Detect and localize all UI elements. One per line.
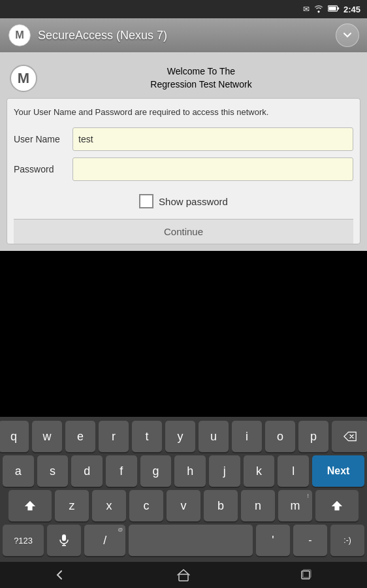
key-r[interactable]: r: [99, 421, 129, 452]
title-bar: M SecureAccess (Nexus 7): [0, 18, 367, 52]
home-button[interactable]: [164, 562, 203, 588]
continue-button[interactable]: Continue: [20, 226, 347, 237]
keyboard-row-1: q w e r t y u i o p: [3, 421, 364, 452]
main-content: M Welcome To The Regression Test Network…: [0, 52, 367, 251]
key-a[interactable]: a: [3, 455, 34, 487]
key-d[interactable]: d: [71, 455, 103, 487]
key-u[interactable]: u: [199, 421, 229, 452]
key-z[interactable]: z: [55, 490, 89, 521]
key-w[interactable]: w: [32, 421, 62, 452]
key-k[interactable]: k: [244, 455, 275, 487]
backspace-key[interactable]: [332, 421, 367, 452]
motorola-logo: M: [8, 24, 31, 47]
key-e[interactable]: e: [65, 421, 95, 452]
welcome-text: Welcome To The Regression Test Network: [44, 65, 358, 91]
shift-right-key[interactable]: [315, 490, 359, 521]
welcome-row: M Welcome To The Regression Test Network: [7, 59, 360, 98]
notification-icon: ✉: [303, 5, 310, 14]
smiley-key[interactable]: :-): [330, 525, 364, 556]
svg-rect-10: [179, 574, 188, 581]
svg-text:M: M: [15, 29, 24, 41]
title-bar-left: M SecureAccess (Nexus 7): [8, 24, 167, 47]
svg-rect-7: [62, 534, 66, 541]
apostrophe-key[interactable]: ': [256, 525, 290, 556]
recent-apps-button[interactable]: [286, 562, 325, 588]
shift-left-key[interactable]: [8, 490, 52, 521]
key-p[interactable]: p: [298, 421, 328, 452]
keyboard-row-4: ?123 / @ ' - :-): [3, 525, 364, 556]
key-y[interactable]: y: [165, 421, 195, 452]
form-card: Your User Name and Password are required…: [7, 98, 360, 244]
key-f[interactable]: f: [106, 455, 137, 487]
key-j[interactable]: j: [209, 455, 240, 487]
key-t[interactable]: t: [132, 421, 162, 452]
username-label: User Name: [14, 134, 72, 144]
key-v[interactable]: v: [167, 490, 200, 521]
svg-rect-1: [338, 7, 339, 9]
key-q[interactable]: q: [0, 421, 29, 452]
svg-text:M: M: [18, 70, 29, 86]
password-row: Password: [14, 157, 353, 181]
key-m[interactable]: m !: [278, 490, 312, 521]
key-i[interactable]: i: [232, 421, 262, 452]
key-h[interactable]: h: [174, 455, 206, 487]
battery-icon: [328, 5, 340, 14]
key-l[interactable]: l: [278, 455, 309, 487]
keyboard: q w e r t y u i o p a s d f g h j k l Ne…: [0, 417, 367, 562]
keyboard-row-3: z x c v b n m !: [3, 490, 364, 521]
mic-key[interactable]: [47, 525, 81, 556]
symbols-key[interactable]: ?123: [3, 525, 44, 556]
next-key[interactable]: Next: [312, 455, 364, 487]
motorola-logo-small: M: [9, 64, 38, 93]
dropdown-button[interactable]: [336, 24, 359, 47]
space-key[interactable]: [129, 525, 253, 556]
key-n[interactable]: n: [241, 490, 275, 521]
key-b[interactable]: b: [204, 490, 238, 521]
key-c[interactable]: c: [129, 490, 163, 521]
username-input[interactable]: [72, 127, 353, 151]
slash-key[interactable]: / @: [84, 525, 125, 556]
nav-bar: [0, 562, 367, 588]
back-button[interactable]: [42, 562, 81, 588]
username-row: User Name: [14, 127, 353, 151]
password-label: Password: [14, 164, 72, 174]
time-display: 2:45: [343, 5, 360, 14]
keyboard-row-2: a s d f g h j k l Next: [3, 455, 364, 487]
password-input[interactable]: [72, 157, 353, 181]
status-bar: ✉ 2:45: [0, 0, 367, 18]
show-password-row: Show password: [14, 188, 353, 219]
show-password-checkbox[interactable]: [139, 194, 153, 208]
hyphen-key[interactable]: -: [293, 525, 327, 556]
svg-rect-2: [328, 7, 336, 10]
key-x[interactable]: x: [92, 490, 126, 521]
key-o[interactable]: o: [265, 421, 295, 452]
key-s[interactable]: s: [37, 455, 69, 487]
continue-area: Continue: [14, 219, 353, 244]
key-g[interactable]: g: [140, 455, 172, 487]
app-title: SecureAccess (Nexus 7): [38, 29, 167, 42]
show-password-label[interactable]: Show password: [159, 196, 228, 207]
wifi-icon: [313, 4, 324, 15]
network-description: Your User Name and Password are required…: [14, 106, 353, 118]
